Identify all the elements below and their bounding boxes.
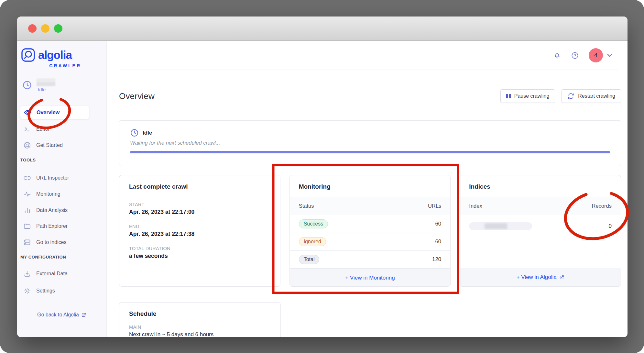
help-icon[interactable] — [571, 51, 579, 60]
status-badge-success: Success — [299, 219, 328, 228]
sidebar-item-label: Editor — [36, 126, 50, 132]
go-back-label: Go back to Algolia — [37, 312, 79, 318]
sidebar-item-get-started[interactable]: Get Started — [17, 139, 106, 152]
pause-crawling-button[interactable]: Pause crawling — [500, 89, 555, 103]
app-window: algolia CRAWLER Idle — [17, 17, 628, 337]
schedule-next-crawl: Next crawl in ~ 5 days and 6 hours — [129, 331, 271, 337]
indices-card: Indices Index Records 0 + View in Algoli… — [460, 175, 621, 287]
field-label-duration: TOTAL DURATION — [129, 246, 270, 251]
algolia-logo-icon — [21, 48, 35, 62]
sidebar-item-path-explorer[interactable]: Path Explorer — [17, 220, 106, 233]
server-stack-icon — [23, 238, 31, 246]
column-index: Index — [469, 203, 482, 209]
sidebar-divider — [20, 69, 103, 69]
row-value: 60 — [435, 221, 441, 227]
sidebar-item-editor[interactable]: Editor — [17, 123, 106, 136]
crawler-divider — [30, 99, 92, 99]
main-header: 4 — [107, 41, 628, 70]
last-complete-crawl-card: Last complete crawl START Apr. 26, 2023 … — [119, 175, 280, 287]
status-badge-total: Total — [299, 255, 320, 264]
brand-product-label: CRAWLER — [21, 63, 81, 68]
sidebar-section-tools: TOOLS — [20, 158, 36, 162]
sidebar-item-label: Get Started — [36, 142, 63, 148]
terminal-icon — [23, 126, 31, 133]
sidebar-item-label: Monitoring — [36, 191, 60, 197]
pause-icon — [506, 94, 511, 98]
sidebar-item-label: Path Explorer — [36, 223, 68, 229]
view-in-monitoring-label: + View in Monitoring — [345, 275, 395, 281]
indices-table-header: Index Records — [460, 197, 621, 215]
sidebar-item-settings[interactable]: Settings — [17, 284, 106, 297]
close-window-button[interactable] — [28, 24, 37, 33]
refresh-icon — [567, 93, 574, 100]
sidebar-item-overview[interactable]: Overview — [20, 106, 89, 119]
page-title: Overview — [119, 91, 155, 101]
redacted-crawler-name — [37, 78, 55, 86]
column-urls: URLs — [428, 203, 441, 209]
table-row: Ignored 60 — [290, 233, 451, 251]
account-menu[interactable]: 4 — [589, 48, 614, 62]
chevron-down-icon — [606, 51, 614, 60]
lifebuoy-icon — [23, 141, 31, 149]
sidebar-item-data-analysis[interactable]: Data Analysis — [17, 204, 106, 217]
clock-icon — [130, 128, 139, 137]
folder-icon — [23, 222, 31, 230]
field-value-end: Apr. 26, 2023 at 22:17:38 — [129, 231, 270, 237]
sidebar-item-label: External Data — [36, 271, 68, 277]
table-row: 0 — [460, 215, 621, 237]
schedule-card: Schedule MAIN Next crawl in ~ 5 days and… — [119, 302, 281, 337]
card-title: Indices — [469, 183, 490, 190]
notifications-bell-icon[interactable] — [553, 51, 561, 60]
pause-crawling-label: Pause crawling — [514, 93, 550, 99]
records-count: 0 — [609, 223, 612, 229]
restart-crawling-label: Restart crawling — [578, 93, 615, 99]
page-content: Overview Pause crawling — [107, 70, 628, 337]
row-value: 60 — [435, 238, 441, 245]
sidebar-item-label: Data Analysis — [36, 207, 68, 213]
sidebar-item-label: Go to indices — [36, 239, 66, 245]
bar-chart-icon — [23, 207, 31, 214]
sidebar-item-label: Overview — [37, 110, 60, 116]
status-badge-ignored: Ignored — [299, 237, 326, 246]
field-value-start: Apr. 26, 2023 at 22:17:00 — [129, 209, 270, 215]
card-title: Last complete crawl — [129, 183, 188, 190]
monitoring-table-header: Status URLs — [290, 197, 451, 215]
status-title: Idle — [143, 130, 152, 136]
sidebar-item-go-to-indices[interactable]: Go to indices — [17, 236, 106, 249]
sidebar-item-url-inspector[interactable]: URL Inspector — [17, 171, 106, 184]
status-subtitle: Waiting for the next scheduled crawl... — [130, 140, 610, 146]
card-title: Schedule — [129, 310, 271, 317]
sidebar-item-label: URL Inspector — [36, 175, 69, 181]
view-in-algolia-label: + View in Algolia — [517, 274, 557, 281]
field-label-start: START — [129, 202, 270, 207]
table-row: Success 60 — [290, 215, 451, 233]
link-icon — [23, 174, 31, 182]
eye-icon — [23, 108, 32, 116]
redacted-index-name — [469, 222, 532, 230]
sidebar-item-label: Settings — [36, 288, 55, 294]
brand-wordmark: algolia — [38, 49, 72, 61]
view-in-monitoring-link[interactable]: + View in Monitoring — [290, 269, 451, 287]
clock-icon — [22, 80, 32, 90]
restart-crawling-button[interactable]: Restart crawling — [562, 89, 621, 103]
field-label-end: END — [129, 224, 270, 229]
field-value-duration: a few seconds — [129, 253, 270, 259]
row-value: 120 — [432, 256, 441, 263]
idle-progress-bar — [130, 151, 610, 153]
view-in-algolia-link[interactable]: + View in Algolia — [460, 268, 621, 286]
schedule-main-label: MAIN — [129, 325, 271, 330]
column-status: Status — [299, 203, 314, 209]
sidebar-section-my-configuration: MY CONFIGURATION — [20, 255, 66, 259]
monitoring-card: Monitoring Status URLs Success 60 Ignore… — [289, 175, 451, 287]
zoom-window-button[interactable] — [54, 24, 62, 33]
external-link-icon — [81, 312, 86, 317]
go-back-to-algolia-link[interactable]: Go back to Algolia — [17, 312, 106, 318]
sidebar-item-external-data[interactable]: External Data — [17, 267, 106, 280]
main-area: 4 Overview Pause crawling — [107, 41, 628, 337]
minimize-window-button[interactable] — [41, 24, 49, 33]
external-link-icon — [559, 275, 564, 280]
sidebar-item-monitoring[interactable]: Monitoring — [17, 188, 106, 201]
table-row: Total 120 — [290, 251, 451, 269]
brand: algolia CRAWLER — [21, 48, 81, 68]
window-titlebar[interactable] — [17, 17, 628, 41]
